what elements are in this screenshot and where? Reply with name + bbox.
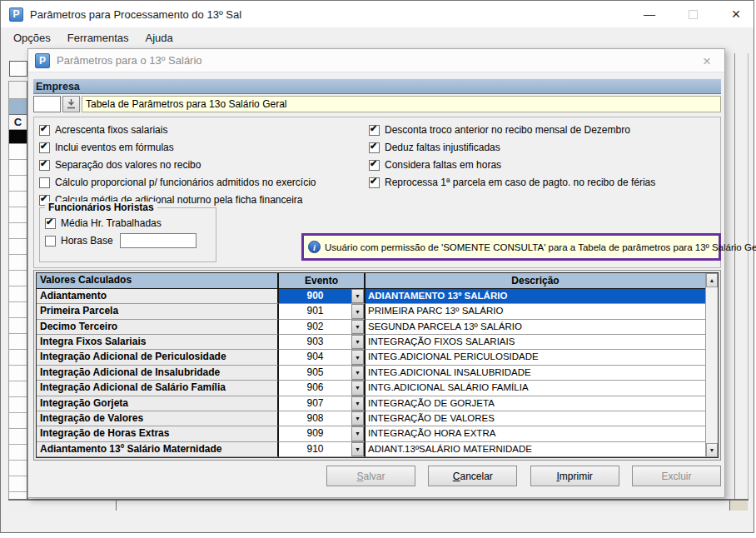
horistas-option-1[interactable]: Horas Base — [45, 232, 196, 249]
evento-dropdown-button[interactable]: ▼ — [351, 335, 364, 349]
valores-cell[interactable]: Adiantamento 13º Salário Maternidade — [37, 442, 279, 457]
table-row-908[interactable]: Integração de Valores908▼INTEGRAÇÃO DE V… — [37, 411, 705, 426]
descricao-cell[interactable]: ADIANTAMENTO 13º SALÁRIO — [366, 289, 705, 304]
evento-cell[interactable]: 900▼ — [279, 289, 366, 304]
horas-base-input[interactable] — [120, 233, 196, 248]
left-option-0[interactable]: Acrescenta fixos salariais — [39, 122, 316, 138]
cancelar-button[interactable]: Cancelar — [428, 466, 517, 486]
background-toolbar-button — [9, 61, 27, 77]
checkbox-icon[interactable] — [45, 218, 56, 229]
valores-cell[interactable]: Adiantamento — [37, 289, 279, 304]
table-row-907[interactable]: Integração Gorjeta907▼INTEGRAÇÃO DE GORJ… — [37, 396, 705, 411]
salvar-button[interactable]: Salvar — [326, 466, 415, 486]
empresa-lookup-button[interactable] — [62, 96, 80, 112]
menu-ajuda[interactable]: Ajuda — [137, 32, 182, 44]
menu-ferramentas[interactable]: Ferramentas — [59, 32, 137, 44]
evento-dropdown-button[interactable]: ▼ — [351, 396, 364, 411]
evento-dropdown-button[interactable]: ▼ — [351, 426, 364, 441]
header-evento[interactable]: Evento — [279, 273, 366, 289]
right-option-2[interactable]: Considera faltas em horas — [369, 157, 655, 173]
dialog-close-button[interactable]: × — [698, 52, 716, 71]
descricao-cell[interactable]: INTG.ADICIONAL SALÁRIO FAMÍLIA — [366, 381, 705, 396]
evento-cell[interactable]: 908▼ — [279, 411, 366, 426]
descricao-cell[interactable]: INTEGRAÇÃO FIXOS SALARIAIS — [366, 335, 705, 350]
checkbox-icon[interactable] — [39, 142, 50, 153]
imprimir-button[interactable]: Imprimir — [530, 466, 619, 486]
checkbox-icon[interactable] — [45, 236, 56, 247]
table-row-900[interactable]: Adiantamento900▼ADIANTAMENTO 13º SALÁRIO — [37, 289, 705, 304]
valores-cell[interactable]: Integração de Valores — [37, 411, 279, 426]
right-option-3[interactable]: Reprocessa 1ª parcela em caso de pagto. … — [369, 174, 655, 191]
left-option-1[interactable]: Inclui eventos em fórmulas — [39, 139, 316, 156]
descricao-cell[interactable]: ADIANT.13ºSALÁRIO MATERNIDADE — [366, 442, 705, 457]
evento-cell[interactable]: 909▼ — [279, 426, 366, 441]
empresa-name-field[interactable]: Tabela de Parâmetros para 13o Salário Ge… — [82, 96, 721, 112]
table-scrollbar[interactable]: ▲ ▼ — [705, 273, 718, 457]
valores-cell[interactable]: Integração Adicional de Salário Família — [37, 381, 279, 396]
checkbox-icon[interactable] — [39, 177, 50, 188]
left-option-3[interactable]: Cálculo proporcional p/ funcionários adm… — [39, 174, 316, 191]
excluir-button[interactable]: Excluir — [632, 466, 721, 486]
horistas-option-0[interactable]: Média Hr. Trabalhadas — [45, 215, 196, 232]
evento-dropdown-button[interactable]: ▼ — [351, 350, 364, 364]
evento-cell[interactable]: 903▼ — [279, 335, 366, 350]
maximize-button[interactable] — [682, 3, 704, 25]
table-row-905[interactable]: Integração Adicional de Insalubridade905… — [37, 366, 705, 381]
right-option-1[interactable]: Deduz faltas injustificadas — [369, 139, 655, 156]
table-row-902[interactable]: Decimo Terceiro902▼SEGUNDA PARCELA 13º S… — [37, 320, 705, 335]
evento-cell[interactable]: 902▼ — [279, 320, 366, 335]
evento-dropdown-button[interactable]: ▼ — [351, 320, 364, 334]
checkbox-icon[interactable] — [369, 142, 380, 153]
evento-cell[interactable]: 904▼ — [279, 350, 366, 365]
evento-cell[interactable]: 905▼ — [279, 366, 366, 381]
valores-cell[interactable]: Integração Adicional de Periculosidade — [37, 350, 279, 365]
checkbox-icon[interactable] — [39, 160, 50, 171]
descricao-cell[interactable]: INTEGRAÇÃO DE GORJETA — [366, 396, 705, 411]
valores-cell[interactable]: Integração Gorjeta — [37, 396, 279, 411]
descricao-cell[interactable]: INTEG.ADICIONAL INSALUBRIDADE — [366, 366, 705, 381]
header-valores-calculados[interactable]: Valores Calculados — [37, 273, 279, 289]
valores-cell[interactable]: Primeira Parcela — [37, 304, 279, 319]
table-row-909[interactable]: Integração de Horas Extras909▼INTEGRAÇÃO… — [37, 426, 705, 441]
descricao-cell[interactable]: SEGUNDA PARCELA 13º SALÁRIO — [366, 320, 705, 335]
table-row-903[interactable]: Integra Fixos Salariais903▼INTEGRAÇÃO FI… — [37, 335, 705, 350]
valores-cell[interactable]: Decimo Terceiro — [37, 320, 279, 335]
empresa-code-input[interactable] — [33, 96, 61, 112]
descricao-cell[interactable]: INTEG.ADICIONAL PERICULOSIDADE — [366, 350, 705, 365]
checkbox-icon[interactable] — [369, 160, 380, 171]
scroll-up-button[interactable]: ▲ — [706, 273, 718, 287]
checkbox-icon[interactable] — [369, 177, 380, 188]
menu-opcoes[interactable]: Opções — [5, 32, 59, 44]
descricao-cell[interactable]: PRIMEIRA PARC 13º SALÁRIO — [366, 304, 705, 319]
checkbox-label: Inclui eventos em fórmulas — [55, 142, 174, 153]
valores-cell[interactable]: Integração Adicional de Insalubridade — [37, 366, 279, 381]
header-descricao[interactable]: Descrição — [366, 273, 705, 289]
table-row-901[interactable]: Primeira Parcela901▼PRIMEIRA PARC 13º SA… — [37, 304, 705, 319]
valores-cell[interactable]: Integra Fixos Salariais — [37, 335, 279, 350]
right-option-0[interactable]: Desconta troco anterior no recibo mensal… — [369, 122, 655, 138]
valores-cell[interactable]: Integração de Horas Extras — [37, 426, 279, 441]
dialog-button-row: SalvarCancelarImprimirExcluir — [326, 466, 721, 486]
left-option-2[interactable]: Separação dos valores no recibo — [39, 157, 316, 173]
evento-cell[interactable]: 901▼ — [279, 304, 366, 319]
evento-dropdown-button[interactable]: ▼ — [351, 304, 364, 318]
scroll-down-button[interactable]: ▼ — [706, 443, 718, 457]
table-row-904[interactable]: Integração Adicional de Periculosidade90… — [37, 350, 705, 365]
checkbox-icon[interactable] — [369, 125, 380, 136]
descricao-cell[interactable]: INTEGRAÇÃO HORA EXTRA — [366, 426, 705, 441]
descricao-cell[interactable]: INTEGRAÇÃO DE VALORES — [366, 411, 705, 426]
close-button[interactable]: × — [725, 3, 747, 25]
checkbox-icon[interactable] — [39, 125, 50, 136]
scrollbar-track[interactable] — [706, 287, 718, 443]
evento-dropdown-button[interactable]: ▼ — [351, 289, 364, 303]
table-row-910[interactable]: Adiantamento 13º Salário Maternidade910▼… — [37, 442, 705, 457]
evento-cell[interactable]: 906▼ — [279, 381, 366, 396]
evento-dropdown-button[interactable]: ▼ — [351, 366, 364, 380]
table-row-906[interactable]: Integração Adicional de Salário Família9… — [37, 381, 705, 396]
evento-dropdown-button[interactable]: ▼ — [351, 442, 364, 456]
evento-cell[interactable]: 910▼ — [279, 442, 366, 457]
evento-dropdown-button[interactable]: ▼ — [351, 411, 364, 426]
minimize-button[interactable]: — — [639, 3, 660, 25]
evento-cell[interactable]: 907▼ — [279, 396, 366, 411]
evento-dropdown-button[interactable]: ▼ — [351, 381, 364, 395]
